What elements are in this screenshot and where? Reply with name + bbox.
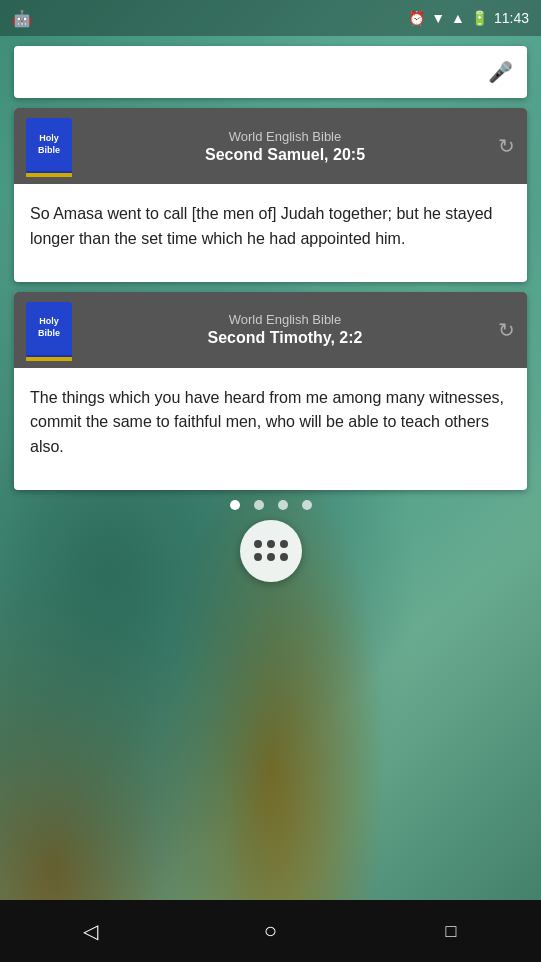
apps-dot-2 — [267, 540, 275, 548]
bible-icon-1-line2: Bible — [38, 145, 60, 157]
bible-card-2: Holy Bible World English Bible Second Ti… — [14, 292, 527, 490]
status-bar: 🤖 ⏰ ▼ ▲ 🔋 11:43 — [0, 0, 541, 36]
card-1-translation: World English Bible — [72, 129, 498, 144]
nav-home-button[interactable]: ○ — [246, 907, 294, 955]
apps-dot-5 — [267, 553, 275, 561]
status-right: ⏰ ▼ ▲ 🔋 11:43 — [408, 10, 529, 26]
status-left: 🤖 — [12, 9, 32, 28]
card-2-header: Holy Bible World English Bible Second Ti… — [14, 292, 527, 368]
time-display: 11:43 — [494, 10, 529, 26]
dot-4[interactable] — [302, 500, 312, 510]
apps-button[interactable] — [240, 520, 302, 582]
dot-1[interactable] — [230, 500, 240, 510]
wifi-icon: ▼ — [431, 10, 445, 26]
card-1-refresh-icon[interactable]: ↻ — [498, 134, 515, 158]
card-1-body: So Amasa went to call [the men of] Judah… — [14, 184, 527, 282]
apps-dot-6 — [280, 553, 288, 561]
card-2-title-block: World English Bible Second Timothy, 2:2 — [72, 312, 498, 347]
bible-icon-2-line2: Bible — [38, 328, 60, 340]
card-2-body: The things which you have heard from me … — [14, 368, 527, 490]
card-1-header: Holy Bible World English Bible Second Sa… — [14, 108, 527, 184]
apps-button-container — [0, 520, 541, 582]
card-1-reference: Second Samuel, 20:5 — [72, 146, 498, 164]
apps-dot-1 — [254, 540, 262, 548]
apps-dot-3 — [280, 540, 288, 548]
card-1-title-block: World English Bible Second Samuel, 20:5 — [72, 129, 498, 164]
pagination-dots — [0, 500, 541, 510]
card-2-reference: Second Timothy, 2:2 — [72, 329, 498, 347]
apps-dot-4 — [254, 553, 262, 561]
nav-back-button[interactable]: ◁ — [66, 907, 114, 955]
bible-card-1: Holy Bible World English Bible Second Sa… — [14, 108, 527, 282]
nav-bar: ◁ ○ □ — [0, 900, 541, 962]
dot-3[interactable] — [278, 500, 288, 510]
search-input[interactable] — [28, 63, 488, 81]
bible-icon-2: Holy Bible — [26, 302, 72, 358]
battery-icon: 🔋 — [471, 10, 488, 26]
nav-recents-button[interactable]: □ — [427, 907, 475, 955]
alarm-icon: ⏰ — [408, 10, 425, 26]
bible-icon-1-line1: Holy — [39, 133, 59, 145]
signal-icon: ▲ — [451, 10, 465, 26]
mic-icon[interactable]: 🎤 — [488, 60, 513, 84]
apps-dots-grid — [254, 540, 288, 561]
bible-icon-1: Holy Bible — [26, 118, 72, 174]
bible-icon-2-line1: Holy — [39, 316, 59, 328]
android-icon: 🤖 — [12, 9, 32, 28]
card-2-translation: World English Bible — [72, 312, 498, 327]
card-1-verse-text: So Amasa went to call [the men of] Judah… — [30, 205, 493, 247]
card-2-refresh-icon[interactable]: ↻ — [498, 318, 515, 342]
search-bar: 🎤 — [14, 46, 527, 98]
dot-2[interactable] — [254, 500, 264, 510]
card-2-verse-text: The things which you have heard from me … — [30, 389, 504, 456]
